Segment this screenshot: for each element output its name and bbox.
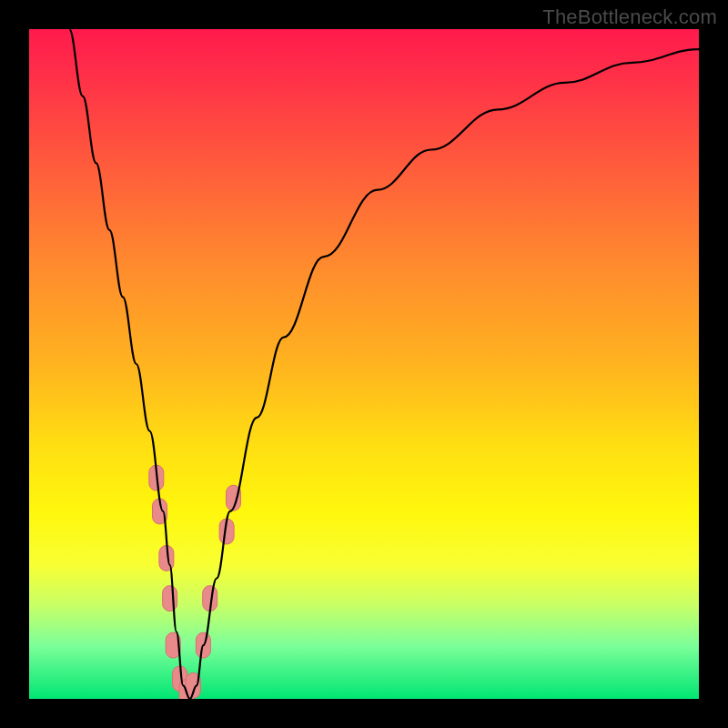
- sample-marker: [163, 586, 177, 612]
- plot-area: [29, 29, 699, 699]
- chart-svg: [29, 29, 699, 699]
- chart-frame: TheBottleneck.com: [0, 0, 728, 728]
- watermark-text: TheBottleneck.com: [542, 5, 717, 29]
- markers-layer: [149, 465, 241, 699]
